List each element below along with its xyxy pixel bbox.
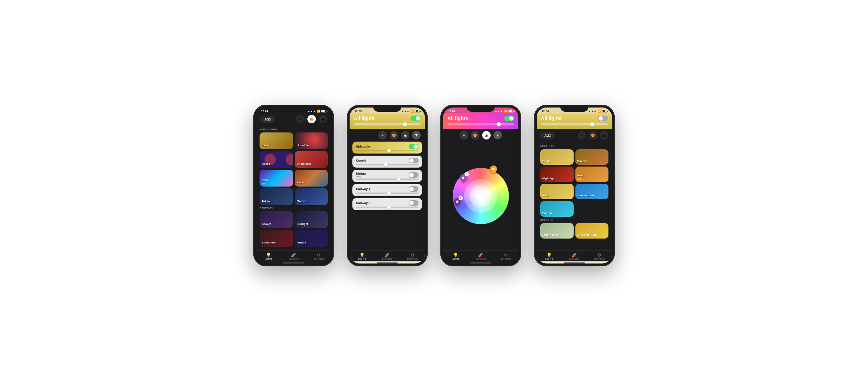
all-lights-toggle-3[interactable] xyxy=(504,116,514,121)
header-3: All lights xyxy=(443,113,518,129)
all-lights-toggle-2[interactable] xyxy=(411,116,421,121)
list-item[interactable]: Nebula xyxy=(295,230,328,247)
brightness-slider-4[interactable] xyxy=(541,123,608,125)
colorwheel-icon-1[interactable]: ◉ xyxy=(319,115,327,123)
time-3: 12:04 xyxy=(448,110,455,113)
dining-name: Dining xyxy=(356,172,366,175)
nav-explore-2[interactable]: 🚀 EXPLORE xyxy=(380,253,394,260)
list-item[interactable]: Sidetable xyxy=(352,142,422,154)
header-row-3: All lights xyxy=(447,116,514,121)
nav-explore-1[interactable]: 🚀 EXPLORE xyxy=(287,253,301,260)
hallway2-slider[interactable] xyxy=(352,207,422,210)
colorwheel-icon-3[interactable]: ◉ xyxy=(482,131,491,139)
list-item[interactable]: Motown xyxy=(295,188,328,205)
lights-icon-1: 💡 xyxy=(266,253,271,257)
card-label-read: Read xyxy=(542,194,549,197)
colorwheel-icon-2[interactable]: ◉ xyxy=(401,131,409,139)
nav-lights-2[interactable]: 💡 LIGHTS xyxy=(355,253,369,260)
wheel-center xyxy=(470,185,492,207)
nav-lights-3[interactable]: 💡 LIGHTS xyxy=(449,253,463,260)
add-button-4[interactable]: Add xyxy=(540,132,555,139)
dining-header: Dining 66% xyxy=(352,170,422,178)
nav-settings-label-1: SETTINGS xyxy=(313,258,324,260)
list-item[interactable]: Honolulu xyxy=(295,132,328,149)
list-item[interactable]: Hallway 1 xyxy=(352,184,422,196)
nav-explore-4[interactable]: 🚀 EXPLORE xyxy=(567,253,581,260)
couch-slider[interactable] xyxy=(352,164,422,168)
hallway1-toggle[interactable] xyxy=(409,186,419,192)
add-button-1[interactable]: Add xyxy=(260,116,275,123)
card-label-springlake: Spring Lake xyxy=(542,234,559,237)
nav-explore-3[interactable]: 🚀 EXPLORE xyxy=(474,253,488,260)
header-row-2: All lights xyxy=(354,116,421,121)
nav-settings-3[interactable]: ⚙ SETTINGS xyxy=(499,253,513,260)
palette-icon-3[interactable]: 🎨 xyxy=(471,131,479,139)
list-item[interactable]: Couch xyxy=(352,156,422,168)
sidetable-thumb xyxy=(387,149,391,152)
list-icon-3[interactable]: ≡ xyxy=(460,131,468,139)
list-item[interactable]: Midsomer Sun xyxy=(575,223,609,239)
couch-name: Couch xyxy=(356,159,366,162)
list-item[interactable]: Starlight xyxy=(295,211,328,228)
list-item[interactable]: Galaxy xyxy=(260,211,293,228)
sidetable-slider[interactable] xyxy=(352,150,422,154)
dining-slider[interactable] xyxy=(352,178,422,182)
card-sublabel-soho: Edit xyxy=(262,182,269,185)
dining-toggle[interactable] xyxy=(409,172,419,178)
brightness-thumb-2 xyxy=(403,122,407,126)
light-pin-icon-2: ▼ xyxy=(412,131,421,139)
section-label-defaults: DEFAULTS xyxy=(540,145,608,148)
nav-lights-1[interactable]: 💡 LIGHTS xyxy=(262,253,276,260)
colorwheel-icon-4[interactable]: ◉ xyxy=(600,131,608,139)
list-item[interactable]: Energize xyxy=(540,201,574,217)
hallway1-slider[interactable] xyxy=(352,193,422,196)
sidetable-toggle[interactable] xyxy=(409,144,419,149)
toolbar-3: ≡ 🎨 ◉ ▼ xyxy=(443,129,518,142)
list-item[interactable]: Dining 66% xyxy=(352,170,422,182)
couch-toggle[interactable] xyxy=(409,158,419,163)
list-item[interactable]: Nightlight xyxy=(540,167,574,182)
list-item[interactable]: Tokyo xyxy=(260,188,293,205)
nav-lights-4[interactable]: 💡 LIGHTS xyxy=(542,253,556,260)
card-label-nebula: Nebula xyxy=(297,241,306,244)
list-item[interactable]: Soho Edit xyxy=(260,170,293,187)
list-item[interactable]: Bright xyxy=(540,149,574,165)
list-item[interactable]: Osaka xyxy=(260,151,293,168)
list-item[interactable]: Dimmed xyxy=(575,149,609,165)
screen-3: 12:04 ▲▲▲ 📶 All lights ≡ xyxy=(443,108,518,263)
list-item[interactable]: Read xyxy=(540,184,574,199)
toolbar-4: Add ≡ 🎨 ◉ xyxy=(537,129,612,142)
list-item[interactable]: Relax Edit xyxy=(575,167,609,182)
palette-icon-4[interactable]: 🎨 xyxy=(589,131,597,139)
list-item[interactable]: Bloodmoon xyxy=(260,230,293,247)
status-icons-3: ▲▲▲ 📶 xyxy=(494,110,513,113)
header-2: All lights xyxy=(350,113,425,129)
brightness-slider-3[interactable] xyxy=(447,123,514,125)
phone-4: 12:04 ▲▲▲ 📶 All lights xyxy=(534,105,615,266)
brightness-slider-2[interactable] xyxy=(354,123,421,125)
list-item[interactable]: Hallway 2 xyxy=(352,198,422,210)
list-icon-1[interactable]: ≡ xyxy=(296,115,305,123)
list-icon-4[interactable]: ≡ xyxy=(577,131,586,139)
nav-settings-2[interactable]: ⚙ SETTINGS xyxy=(405,253,419,260)
list-item[interactable]: Chinatown xyxy=(295,151,328,168)
list-item[interactable]: Spring Lake xyxy=(540,223,574,239)
hallway2-toggle[interactable] xyxy=(409,200,419,206)
nav-settings-4[interactable]: ⚙ SETTINGS xyxy=(592,253,606,260)
nav-settings-1[interactable]: ⚙ SETTINGS xyxy=(312,253,326,260)
phone-1: 12:04 ▲▲▲ 📶 Add ≡ 🎨 ◉ PARTY VIBES xyxy=(253,105,334,266)
explore-icon-1: 🚀 xyxy=(291,253,296,257)
palette-icon-2[interactable]: 🎨 xyxy=(390,131,398,139)
pin-purple1-center xyxy=(462,177,465,179)
nav-lights-label-2: LIGHTS xyxy=(358,258,366,260)
dining-track xyxy=(356,178,419,180)
all-lights-toggle-4[interactable] xyxy=(598,116,608,121)
time-4: 12:04 xyxy=(542,110,549,113)
list-icon-2[interactable]: ≡ xyxy=(378,131,387,139)
screen-2: 12:05 ▲▲▲ 📶 All lights ≡ xyxy=(350,108,425,263)
list-item[interactable]: Concentrate xyxy=(575,184,609,199)
list-item[interactable]: Ibiza xyxy=(260,132,293,149)
header-title-4: All lights xyxy=(541,116,562,121)
list-item[interactable]: Fairfax xyxy=(295,170,328,187)
palette-icon-1[interactable]: 🎨 xyxy=(307,115,316,123)
